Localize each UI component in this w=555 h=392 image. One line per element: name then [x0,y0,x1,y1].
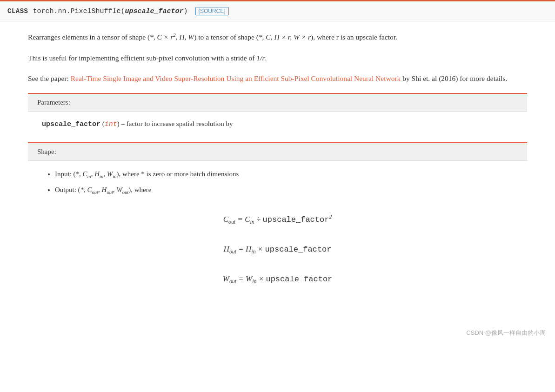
page-wrapper: CLASS torch.nn.PixelShuffle(upscale_fact… [0,0,555,342]
description-para1: Rearranges elements in a tensor of shape… [28,31,527,44]
source-link[interactable]: [SOURCE] [195,7,229,15]
equation-2: Hout = Hin × upscale_factor [42,240,513,259]
close-paren: ) [184,7,188,15]
shape-list: Input: (*, Cin, Hin, Win), where * is ze… [42,167,513,197]
class-name: torch.nn.PixelShuffle( [33,7,125,15]
equations-block: Cout = Cin ÷ upscale_factor2 Hout = Hin … [42,210,513,289]
parameters-section: Parameters: upscale_factor (int) – facto… [28,93,527,142]
shape-content: Input: (*, Cin, Hin, Win), where * is ze… [28,161,527,310]
param-name: upscale_factor [42,120,100,128]
class-signature: torch.nn.PixelShuffle(upscale_factor) [33,7,188,15]
parameters-header: Parameters: [28,94,527,112]
content-area: Rearranges elements in a tensor of shape… [0,21,555,324]
param-type: int [105,120,117,128]
shape-header: Shape: [28,143,527,161]
class-param: upscale_factor [125,7,184,15]
shape-output: Output: (*, Cout, Hout, Wout), where [55,183,513,197]
watermark: CSDN @像风一样自由的小周 [0,324,555,342]
class-badge: CLASS [7,7,28,15]
parameters-content: upscale_factor (int) – factor to increas… [28,112,527,142]
description-para3: See the paper: Real-Time Single Image an… [28,73,527,85]
description-para2: This is useful for implementing efficien… [28,52,527,64]
param-row: upscale_factor (int) – factor to increas… [42,118,513,130]
param-desc: – factor to increase spatial resolution … [120,120,233,127]
class-header: CLASS torch.nn.PixelShuffle(upscale_fact… [0,1,555,21]
shape-input: Input: (*, Cin, Hin, Win), where * is ze… [55,167,513,181]
shape-section: Shape: Input: (*, Cin, Hin, Win), where … [28,142,527,310]
paper-link[interactable]: Real-Time Single Image and Video Super-R… [71,74,401,82]
para3-suffix: by Shi et. al (2016) for more details. [401,74,507,82]
equation-1: Cout = Cin ÷ upscale_factor2 [42,210,513,230]
equation-3: Wout = Win × upscale_factor [42,270,513,289]
